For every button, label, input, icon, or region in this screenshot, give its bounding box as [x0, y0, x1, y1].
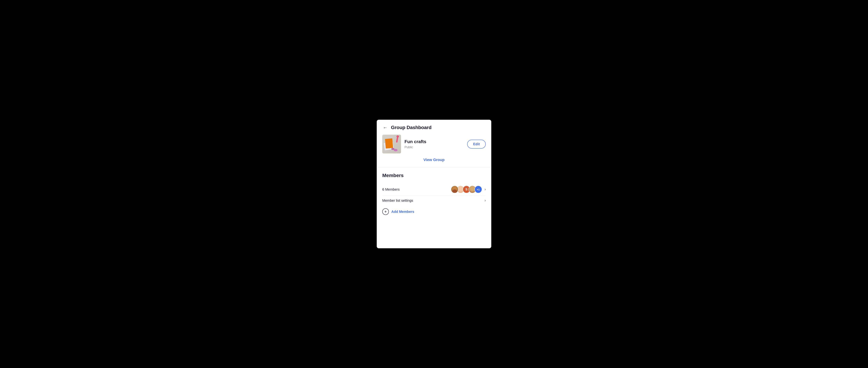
group-thumbnail — [382, 135, 401, 153]
page-title: Group Dashboard — [391, 125, 432, 130]
back-button[interactable]: ← — [382, 124, 388, 131]
members-title: Members — [382, 173, 486, 178]
edit-button[interactable]: Edit — [467, 140, 486, 148]
avatar-plus: +1 — [474, 186, 482, 193]
members-count-label: 6 Members — [382, 188, 400, 192]
group-text: Fun crafts Public — [404, 139, 426, 149]
group-visibility: Public — [404, 145, 426, 149]
members-right: S +1 › — [451, 186, 486, 193]
add-members-row[interactable]: + Add Members — [382, 205, 486, 216]
view-group-link[interactable]: View Group — [382, 158, 486, 162]
avatar-1 — [451, 186, 459, 193]
member-avatars: S +1 — [451, 186, 482, 193]
add-icon: + — [382, 208, 389, 215]
members-count-row[interactable]: 6 Members S +1 › — [382, 183, 486, 196]
header: ← Group Dashboard — [377, 120, 491, 135]
group-info-section: Fun crafts Public Edit View Group — [377, 135, 491, 167]
members-section: Members 6 Members S +1 › Member list set… — [377, 167, 491, 221]
group-dashboard-panel: ← Group Dashboard Fun crafts — [377, 120, 491, 248]
group-name: Fun crafts — [404, 139, 426, 144]
group-top-row: Fun crafts Public Edit — [382, 135, 486, 153]
add-members-label: Add Members — [391, 210, 414, 214]
group-left: Fun crafts Public — [382, 135, 426, 153]
member-list-settings-row[interactable]: Member list settings › — [382, 196, 486, 205]
chevron-right-icon: › — [485, 187, 486, 192]
member-list-settings-label: Member list settings — [382, 199, 413, 203]
chevron-right-icon-2: › — [485, 198, 486, 203]
